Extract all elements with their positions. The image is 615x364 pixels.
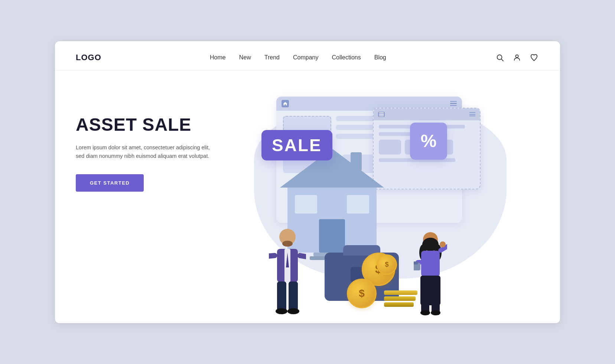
search-icon[interactable]	[495, 52, 505, 63]
illustration-area: SALE %	[232, 93, 539, 323]
hero-description: Lorem ipsum dolor sit amet, consectetuer…	[76, 143, 213, 160]
main-nav: Home New Trend Company Collections Blog	[210, 54, 386, 61]
sale-text: SALE	[272, 136, 322, 155]
female-figure	[414, 230, 447, 316]
svg-point-37	[431, 310, 440, 315]
gold-bar-3	[384, 302, 414, 307]
page-wrapper: LOGO Home New Trend Company Collections …	[55, 41, 560, 323]
svg-rect-32	[414, 261, 418, 264]
header-icons	[495, 52, 539, 63]
user-icon[interactable]	[512, 52, 522, 63]
nav-collections[interactable]: Collections	[332, 54, 361, 61]
svg-rect-6	[295, 195, 317, 214]
svg-rect-7	[347, 195, 369, 214]
bw2-hamburger	[469, 112, 475, 116]
coin-large-2	[347, 279, 377, 308]
svg-rect-19	[289, 282, 298, 311]
nav-blog[interactable]: Blog	[374, 54, 386, 61]
svg-point-20	[276, 308, 287, 314]
browser-menu-icon	[450, 101, 457, 106]
main-content: ASSET SALE Lorem ipsum dolor sit amet, c…	[55, 71, 560, 323]
nav-new[interactable]: New	[239, 54, 251, 61]
svg-rect-10	[351, 152, 362, 171]
svg-rect-27	[421, 251, 440, 277]
coin-small-1	[377, 254, 397, 275]
gold-bar-1	[384, 290, 417, 295]
nav-home[interactable]: Home	[210, 54, 226, 61]
svg-rect-17	[269, 253, 277, 259]
svg-rect-18	[277, 282, 286, 311]
svg-rect-38	[427, 311, 429, 315]
percent-badge: %	[410, 123, 447, 160]
hero-title: ASSET SALE	[76, 115, 232, 135]
heart-icon[interactable]	[529, 52, 539, 63]
browser-home-icon	[282, 100, 289, 107]
bw2-menu-icon	[378, 112, 385, 117]
gold-bar-2	[384, 296, 416, 301]
nav-trend[interactable]: Trend	[264, 54, 280, 61]
get-started-button[interactable]: GET STARTED	[76, 174, 144, 192]
header: LOGO Home New Trend Company Collections …	[55, 41, 560, 71]
svg-rect-5	[319, 219, 345, 253]
svg-rect-39	[437, 311, 439, 315]
nav-company[interactable]: Company	[293, 54, 318, 61]
svg-point-21	[287, 308, 299, 314]
gold-bars	[384, 290, 417, 308]
svg-line-1	[501, 59, 503, 61]
male-figure	[269, 227, 306, 316]
browser-bar-2	[374, 108, 480, 120]
svg-point-36	[420, 310, 430, 315]
percent-text: %	[421, 131, 437, 151]
left-content: ASSET SALE Lorem ipsum dolor sit amet, c…	[76, 93, 232, 192]
svg-point-2	[515, 55, 518, 57]
sale-badge: SALE	[261, 130, 332, 160]
svg-point-33	[440, 241, 446, 247]
svg-rect-16	[297, 253, 306, 260]
logo: LOGO	[76, 53, 101, 62]
svg-point-12	[282, 241, 293, 247]
